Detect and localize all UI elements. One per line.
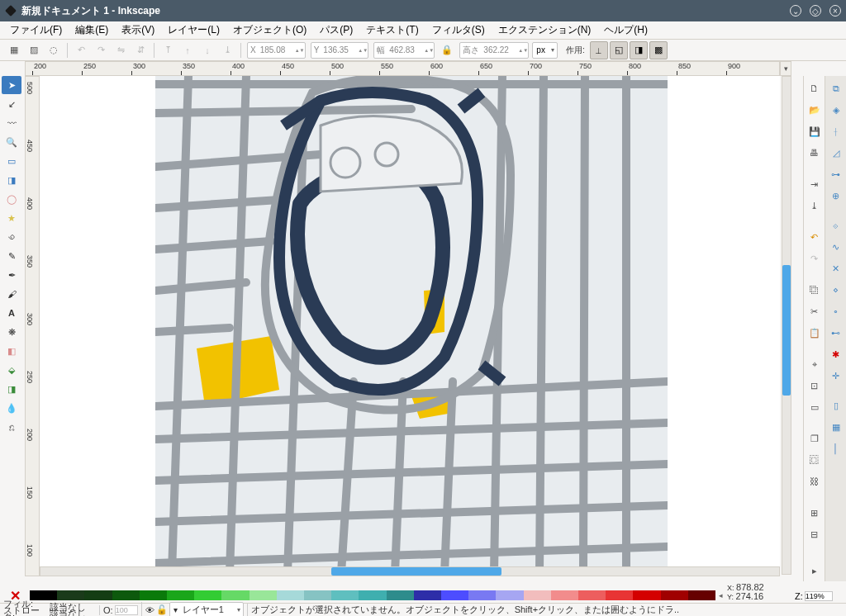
swatch[interactable]	[140, 590, 167, 600]
deselect-icon[interactable]: ◌	[45, 41, 63, 59]
dropper-tool-icon[interactable]: 💧	[2, 399, 21, 417]
menu-path[interactable]: パス(P)	[313, 21, 359, 39]
flip-v-icon[interactable]: ⇵	[131, 41, 150, 59]
close-button[interactable]: ×	[829, 5, 841, 17]
duplicate-icon[interactable]: ❐	[806, 429, 824, 448]
open-icon[interactable]: 📂	[806, 101, 824, 119]
cut-icon[interactable]: ✂	[806, 302, 824, 320]
raise-icon[interactable]: ↑	[178, 41, 197, 59]
snap-node-icon[interactable]: ⟐	[827, 216, 845, 235]
w-field[interactable]: 幅▲▼	[373, 42, 435, 59]
ellipse-tool-icon[interactable]: ◯	[2, 190, 21, 208]
raise-top-icon[interactable]: ⤒	[159, 41, 177, 59]
swatch[interactable]	[441, 590, 468, 600]
select-all-icon[interactable]: ▦	[5, 41, 23, 59]
canvas[interactable]	[40, 76, 780, 575]
menu-filter[interactable]: フィルタ(S)	[425, 21, 492, 39]
swatch[interactable]	[304, 590, 331, 600]
swatch[interactable]	[496, 590, 523, 600]
swatch[interactable]	[194, 590, 221, 600]
zoom-draw-icon[interactable]: ⊡	[806, 377, 824, 395]
vscrollbar[interactable]	[782, 76, 791, 575]
swatch[interactable]	[524, 590, 551, 600]
swatch[interactable]	[277, 590, 304, 600]
selector-tool-icon[interactable]: ➤	[2, 76, 21, 94]
group-icon[interactable]: ⊞	[806, 504, 824, 522]
snap-mid-icon[interactable]: ⊶	[827, 165, 845, 183]
rotate-ccw-icon[interactable]: ↶	[72, 41, 90, 59]
unlink-icon[interactable]: ⛓	[806, 472, 824, 490]
snap-intersect-icon[interactable]: ✕	[827, 259, 845, 277]
print-icon[interactable]: 🖶	[806, 144, 824, 162]
swatch[interactable]	[331, 590, 359, 600]
snap-center-icon[interactable]: ⊕	[827, 187, 845, 205]
ungroup-icon[interactable]: ⊟	[806, 525, 824, 543]
menu-extension[interactable]: エクステンション(N)	[492, 21, 598, 39]
menu-edit[interactable]: 編集(E)	[69, 21, 115, 39]
spray-tool-icon[interactable]: ❋	[2, 323, 21, 341]
star-tool-icon[interactable]: ★	[2, 209, 21, 227]
swatch[interactable]	[551, 590, 578, 600]
menu-help[interactable]: ヘルプ(H)	[597, 21, 654, 39]
snap-corner-icon[interactable]: ◿	[827, 144, 845, 162]
snap-grid-icon[interactable]: ▦	[827, 418, 845, 436]
zoom-sel-icon[interactable]: ⌖	[806, 355, 824, 373]
gradient-tool-icon[interactable]: ◨	[2, 380, 21, 398]
swatch[interactable]	[359, 590, 386, 600]
lock-icon[interactable]: 🔒	[438, 41, 456, 59]
spiral-tool-icon[interactable]: ꩜	[2, 228, 21, 246]
swatch[interactable]	[414, 590, 441, 600]
snap-obj-center-icon[interactable]: ✱	[827, 345, 845, 363]
menu-file[interactable]: ファイル(F)	[3, 21, 69, 39]
zoom-page-icon[interactable]: ▭	[806, 398, 824, 416]
swatch[interactable]	[387, 590, 414, 600]
import-icon[interactable]: ⇥	[806, 175, 824, 193]
ruler-horizontal[interactable]: 2002503003504004505005506006507007508008…	[25, 61, 780, 76]
swatch[interactable]	[468, 590, 496, 600]
layer-visible-icon[interactable]: 👁	[145, 605, 154, 615]
minimize-button[interactable]: ⌄	[790, 5, 801, 17]
x-field[interactable]: X▲▼	[247, 42, 306, 59]
snap-guide-icon[interactable]: │	[827, 439, 845, 457]
h-field[interactable]: 高さ▲▼	[459, 42, 529, 59]
unit-select[interactable]: px	[532, 42, 558, 59]
menu-layer[interactable]: レイヤー(L)	[161, 21, 226, 39]
palette-menu-icon[interactable]: ◂	[715, 591, 725, 599]
pencil-tool-icon[interactable]: ✎	[2, 247, 21, 265]
menu-object[interactable]: オブジェクト(O)	[226, 21, 313, 39]
paste-icon[interactable]: 📋	[806, 324, 824, 342]
flip-h-icon[interactable]: ⇋	[112, 41, 130, 59]
snap-bbox-icon[interactable]: ◈	[827, 101, 845, 119]
swatch[interactable]	[250, 590, 277, 600]
snap-page-icon[interactable]: ▯	[827, 396, 845, 415]
zoom-field[interactable]: Z:	[795, 591, 846, 601]
swatch[interactable]	[688, 590, 715, 600]
connector-tool-icon[interactable]: ⎌	[2, 418, 21, 436]
snap-toggle-icon[interactable]: ⧉	[827, 79, 845, 97]
redo-icon[interactable]: ↷	[806, 249, 824, 268]
bucket-tool-icon[interactable]: ⬙	[2, 361, 21, 379]
affect-pattern-icon[interactable]: ▩	[649, 41, 668, 59]
tweak-tool-icon[interactable]: 〰	[2, 114, 21, 132]
swatch[interactable]	[633, 590, 660, 600]
layer-select[interactable]: ▾レイヤー1	[169, 602, 244, 617]
rotate-cw-icon[interactable]: ↷	[92, 41, 110, 59]
snap-smooth-icon[interactable]: ∘	[827, 302, 845, 320]
snap-cusp-icon[interactable]: ⋄	[827, 281, 845, 299]
y-field[interactable]: Y▲▼	[311, 42, 369, 59]
calligraphy-tool-icon[interactable]: 🖌	[2, 285, 21, 303]
ruler-menu-icon[interactable]: ▾	[780, 61, 791, 76]
affect-corners-icon[interactable]: ◱	[610, 41, 628, 59]
clone-icon[interactable]: ⿴	[806, 451, 824, 469]
menu-view[interactable]: 表示(V)	[115, 21, 161, 39]
swatch[interactable]	[84, 590, 112, 600]
lower-bottom-icon[interactable]: ⤓	[218, 41, 236, 59]
lower-icon[interactable]: ↓	[198, 41, 216, 59]
bezier-tool-icon[interactable]: ✒	[2, 266, 21, 284]
swatch[interactable]	[606, 590, 633, 600]
snap-path-icon[interactable]: ∿	[827, 238, 845, 256]
more-icon[interactable]: ▸	[806, 562, 824, 580]
new-doc-icon[interactable]: 🗋	[806, 79, 824, 97]
snap-rot-center-icon[interactable]: ✛	[827, 367, 845, 385]
swatch[interactable]	[661, 590, 688, 600]
